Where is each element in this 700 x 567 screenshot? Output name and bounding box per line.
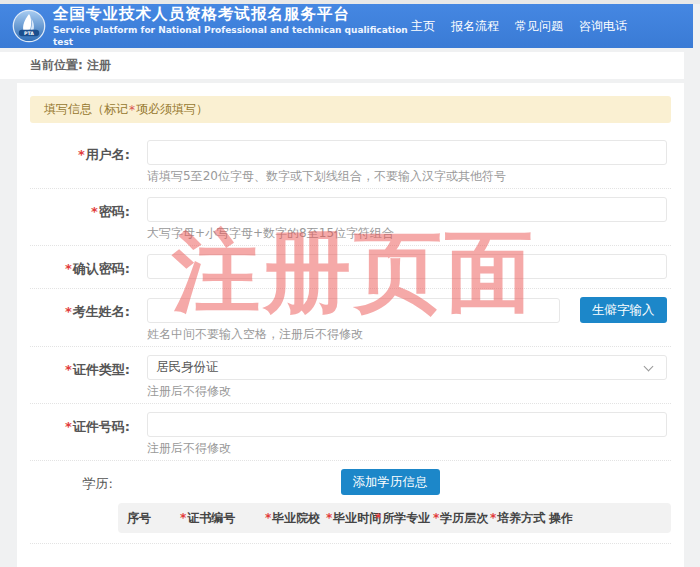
required-asterisk: *: [65, 362, 72, 377]
username-hint: 请填写5至20位字母、数字或下划线组合，不要输入汉字或其他符号: [147, 169, 671, 183]
education-label-cell: 学历:: [30, 469, 113, 533]
password-input[interactable]: [147, 197, 667, 222]
id-type-row: *证件类型: 居民身份证 注册后不得修改: [30, 347, 671, 404]
site-title-block: 全国专业技术人员资格考试报名服务平台 Service platform for …: [53, 5, 411, 48]
username-label-cell: *用户名:: [30, 140, 130, 183]
registration-form: *用户名: 请填写5至20位字母、数字或下划线组合，不要输入汉字或其他符号 *密…: [17, 132, 684, 544]
id-number-row: *证件号码: 注册后不得修改: [30, 404, 671, 461]
required-asterisk: *: [128, 103, 136, 117]
candidate-name-input[interactable]: [147, 298, 560, 323]
education-col-certificate-number: *证书编号: [180, 510, 265, 527]
candidate-name-row: *考生姓名: 生僻字输入 姓名中间不要输入空格，注册后不得修改: [30, 289, 671, 347]
id-number-label-cell: *证件号码:: [30, 412, 130, 455]
username-row: *用户名: 请填写5至20位字母、数字或下划线组合，不要输入汉字或其他符号: [30, 132, 671, 189]
education-col-graduation-date: *毕业时间: [326, 510, 375, 527]
id-type-hint: 注册后不得修改: [147, 384, 671, 398]
education-col-actions: 操作: [548, 510, 598, 527]
education-col-training-mode: *培养方式: [490, 510, 548, 527]
candidate-name-label: 考生姓名:: [73, 304, 130, 319]
notice-text-suffix: 项必须填写）: [136, 101, 208, 118]
registration-form-card: 填写信息（标记*项必须填写） *用户名: 请填写5至20位字母、数字或下划线组合…: [17, 83, 684, 567]
site-header: PTA 全国专业技术人员资格考试报名服务平台 Service platform …: [0, 4, 693, 48]
chevron-down-icon: [644, 362, 654, 372]
password-label-cell: *密码:: [30, 197, 130, 240]
candidate-name-hint: 姓名中间不要输入空格，注册后不得修改: [147, 327, 671, 341]
required-asterisk: *: [65, 419, 72, 434]
confirm-password-label: 确认密码:: [73, 261, 130, 276]
site-subtitle: Service platform for National Profession…: [53, 24, 411, 48]
education-col-index: 序号: [118, 510, 180, 527]
education-col-school: *毕业院校: [265, 510, 326, 527]
education-row: 学历: 添加学历信息 序号 *证书编号 *毕业院校 *毕业时间 *所学专业 *学…: [30, 461, 671, 544]
breadcrumb: 当前位置: 注册: [30, 57, 111, 74]
education-col-degree-level: *学历层次: [433, 510, 490, 527]
fill-info-notice: 填写信息（标记*项必须填写）: [30, 96, 671, 123]
required-asterisk: *: [78, 147, 85, 162]
confirm-password-label-cell: *确认密码:: [30, 254, 130, 279]
id-type-label-cell: *证件类型:: [30, 355, 130, 398]
username-input[interactable]: [147, 140, 667, 165]
password-row: *密码: 大写字母+小写字母+数字的8至15位字符组合: [30, 189, 671, 246]
password-label: 密码:: [99, 204, 130, 219]
confirm-password-row: *确认密码:: [30, 246, 671, 289]
id-number-input[interactable]: [147, 412, 667, 437]
username-label: 用户名:: [86, 147, 130, 162]
breadcrumb-bar: 当前位置: 注册: [0, 52, 684, 79]
education-col-major: *所学专业: [375, 510, 433, 527]
candidate-name-label-cell: *考生姓名:: [30, 297, 130, 341]
rare-character-input-button[interactable]: 生僻字输入: [580, 297, 667, 323]
pta-logo-text: PTA: [24, 31, 34, 36]
id-number-hint: 注册后不得修改: [147, 441, 671, 455]
id-number-label: 证件号码:: [73, 419, 130, 434]
required-asterisk: *: [65, 304, 72, 319]
nav-home[interactable]: 主页: [411, 18, 435, 35]
required-asterisk: *: [91, 204, 98, 219]
education-label: 学历:: [83, 476, 113, 491]
nav-faq[interactable]: 常见问题: [515, 18, 563, 35]
nav-consult-phone[interactable]: 咨询电话: [579, 18, 627, 35]
pta-logo-icon: PTA: [12, 9, 46, 43]
password-hint: 大写字母+小写字母+数字的8至15位字符组合: [147, 226, 671, 240]
notice-text-prefix: 填写信息（标记: [44, 101, 128, 118]
education-table-header: 序号 *证书编号 *毕业院校 *毕业时间 *所学专业 *学历层次 *培养方式 操…: [118, 503, 671, 533]
header-nav: 主页 报名流程 常见问题 咨询电话: [411, 18, 693, 35]
id-type-label: 证件类型:: [73, 362, 130, 377]
nav-registration-process[interactable]: 报名流程: [451, 18, 499, 35]
id-type-select[interactable]: 居民身份证: [147, 355, 667, 380]
required-asterisk: *: [65, 261, 72, 276]
add-education-button[interactable]: 添加学历信息: [341, 469, 440, 495]
site-title: 全国专业技术人员资格考试报名服务平台: [53, 5, 411, 24]
id-type-selected-value: 居民身份证: [156, 359, 219, 376]
confirm-password-input[interactable]: [147, 254, 667, 279]
